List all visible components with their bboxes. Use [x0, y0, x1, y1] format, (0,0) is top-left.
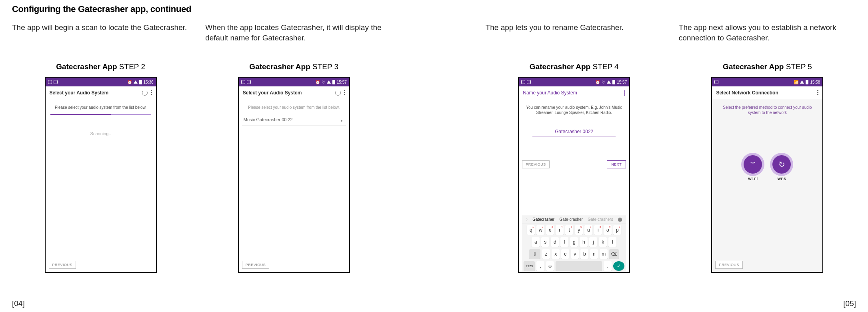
clock-text: 15:36: [144, 80, 154, 84]
wifi-icon: [744, 155, 762, 174]
notification-icon: [714, 80, 718, 84]
previous-button[interactable]: PREVIOUS: [715, 261, 743, 269]
suggestion[interactable]: Gate-crashers: [588, 217, 613, 222]
space-key[interactable]: [556, 261, 602, 271]
key-s[interactable]: s: [541, 237, 549, 247]
android-statusbar: ⏰♡15:57: [519, 78, 629, 86]
app-bar: Select Network Connection: [712, 86, 822, 99]
device-name-input[interactable]: [532, 127, 616, 136]
key-m[interactable]: m: [600, 249, 608, 259]
key-w[interactable]: w2: [536, 225, 544, 235]
step-3-label: Gatecrasher App STEP 3: [249, 62, 338, 71]
signal-icon: [607, 80, 611, 84]
step-4-column: The app lets you to rename Gatecrasher. …: [486, 22, 663, 273]
page-number-left: [04]: [12, 299, 25, 308]
notification-icon: [48, 80, 52, 84]
app-bar: Select your Audio System: [46, 86, 156, 99]
refresh-icon[interactable]: [142, 90, 148, 96]
soft-keyboard[interactable]: › Gatecrasher Gate-crasher Gate-crashers…: [522, 215, 626, 272]
overflow-menu-icon[interactable]: [624, 90, 625, 96]
battery-icon: [139, 80, 142, 84]
key-v[interactable]: v: [571, 249, 579, 259]
step-5-column: The app next allows you to establish a n…: [679, 22, 856, 273]
overflow-menu-icon[interactable]: [817, 90, 818, 95]
instruction-text: Select the preferred method to connect y…: [719, 105, 815, 115]
symbols-key[interactable]: ?123: [524, 261, 535, 271]
battery-icon: [332, 80, 335, 84]
suggestion[interactable]: Gatecrasher: [532, 217, 554, 222]
app-bar: Name your Audio System: [519, 86, 629, 99]
step-3-desc: When the app locates Gatecrasher, it wil…: [205, 22, 382, 46]
key-p[interactable]: p0: [613, 225, 621, 235]
key-i[interactable]: i8: [594, 225, 602, 235]
scanning-text: Scanning..: [49, 131, 153, 136]
clock-text: 15:57: [617, 80, 627, 84]
step-5-label: Gatecrasher App STEP 5: [723, 62, 812, 71]
key-e[interactable]: e3: [546, 225, 554, 235]
wifi-icon: [339, 118, 344, 122]
notification-icon: [527, 80, 531, 84]
notification-icon: [241, 80, 245, 84]
device-list-item[interactable]: Music Gatecrasher 00:22: [242, 114, 346, 126]
battery-icon: [806, 80, 808, 84]
wps-label: WPS: [777, 177, 786, 181]
previous-button[interactable]: PREVIOUS: [242, 261, 270, 269]
suggestion[interactable]: Gate-crasher: [560, 217, 583, 222]
step-4-label: Gatecrasher App STEP 4: [530, 62, 619, 71]
step-3-phone: ⏰♡15:57 Select your Audio System Please …: [238, 77, 350, 273]
android-statusbar: 📶15:58: [712, 78, 822, 86]
step-2-phone: ⏰15:36 Select your Audio System Please s…: [45, 77, 157, 273]
shift-key[interactable]: ⇧: [529, 249, 540, 259]
key-r[interactable]: r4: [556, 225, 564, 235]
refresh-icon[interactable]: [335, 90, 341, 96]
wifi-option[interactable]: Wi-Fi: [744, 155, 762, 181]
previous-button[interactable]: PREVIOUS: [49, 261, 76, 269]
appbar-title: Select your Audio System: [243, 90, 302, 96]
key-d[interactable]: d: [551, 237, 559, 247]
key-c[interactable]: c: [561, 249, 569, 259]
key-x[interactable]: x: [552, 249, 560, 259]
key-j[interactable]: j: [589, 237, 597, 247]
key-f[interactable]: f: [560, 237, 568, 247]
progress-bar: [50, 114, 151, 115]
key-n[interactable]: n: [590, 249, 598, 259]
emoji-key[interactable]: ☺: [546, 261, 554, 271]
instruction-text: Please select your audio system from the…: [53, 105, 149, 110]
key-y[interactable]: y6: [575, 225, 583, 235]
page-number-right: [05]: [843, 299, 856, 308]
key-h[interactable]: h: [580, 237, 588, 247]
enter-key[interactable]: ✓: [613, 261, 624, 271]
signal-icon: [134, 80, 138, 84]
steps-row: The app will begin a scan to locate the …: [12, 22, 856, 273]
key-k[interactable]: k: [599, 237, 607, 247]
key-o[interactable]: o9: [604, 225, 612, 235]
notification-icon: [247, 80, 251, 84]
key-t[interactable]: t5: [565, 225, 573, 235]
key-z[interactable]: z: [542, 249, 550, 259]
instruction-text: Please select your audio system from the…: [246, 105, 342, 110]
key-b[interactable]: b: [580, 249, 588, 259]
key-a[interactable]: a: [532, 237, 540, 247]
keyboard-suggestions[interactable]: › Gatecrasher Gate-crasher Gate-crashers: [522, 215, 626, 224]
heart-icon: ♡: [602, 80, 605, 84]
wps-option[interactable]: ↻ WPS: [772, 155, 791, 181]
next-button[interactable]: NEXT: [607, 160, 626, 168]
appbar-title: Name your Audio System: [523, 90, 577, 96]
key-l[interactable]: l: [608, 237, 616, 247]
chevron-icon[interactable]: ›: [526, 217, 527, 222]
page-title: Configuring the Gatecrasher app, continu…: [12, 4, 856, 14]
step-4-phone: ⏰♡15:57 Name your Audio System You can r…: [518, 77, 630, 273]
key-g[interactable]: g: [570, 237, 578, 247]
overflow-menu-icon[interactable]: [344, 90, 345, 95]
screen-content: Please select your audio system from the…: [46, 99, 156, 272]
overflow-menu-icon[interactable]: [151, 90, 152, 95]
key-u[interactable]: u7: [584, 225, 592, 235]
comma-key[interactable]: ,: [536, 261, 544, 271]
backspace-key[interactable]: ⌫: [609, 249, 619, 259]
signal-icon: 📶: [794, 80, 798, 84]
mic-icon[interactable]: [618, 218, 622, 222]
notification-icon: [521, 80, 525, 84]
period-key[interactable]: .: [604, 261, 612, 271]
previous-button[interactable]: PREVIOUS: [522, 160, 550, 168]
key-q[interactable]: q1: [527, 225, 535, 235]
